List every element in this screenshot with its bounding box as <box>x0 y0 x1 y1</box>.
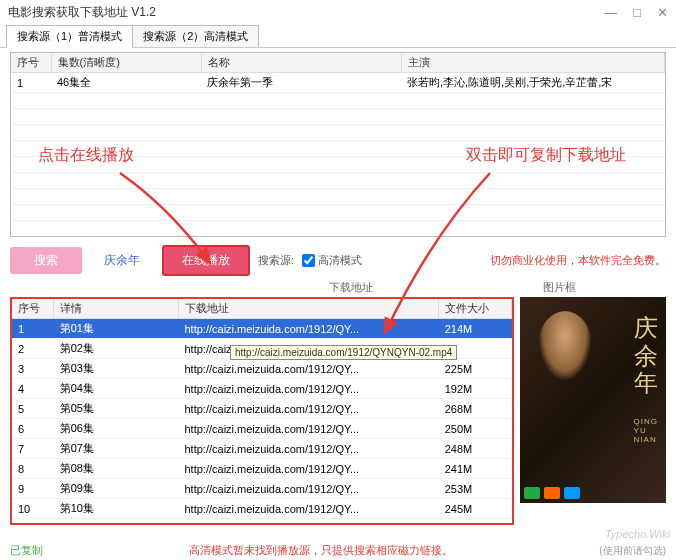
col-cast[interactable]: 主演 <box>401 53 665 73</box>
col-index[interactable]: 序号 <box>11 53 51 73</box>
table-row[interactable]: 6第06集http://caizi.meizuida.com/1912/QY..… <box>12 419 512 439</box>
hd-mode-checkbox[interactable]: 高清模式 <box>302 253 362 268</box>
tabs: 搜索源（1）普清模式 搜索源（2）高清模式 <box>0 25 676 48</box>
table-row[interactable]: 4第04集http://caizi.meizuida.com/1912/QY..… <box>12 379 512 399</box>
annotation-play: 点击在线播放 <box>38 145 134 166</box>
poster-title-cn: 庆余年 <box>634 315 658 398</box>
hd-checkbox-input[interactable] <box>302 254 315 267</box>
maximize-icon[interactable]: □ <box>633 5 641 20</box>
annotation-copy: 双击即可复制下载地址 <box>466 145 626 166</box>
status-tip: (使用前请勾选) <box>599 544 666 558</box>
warning-text: 切勿商业化使用，本软件完全免费。 <box>490 253 666 268</box>
watermark: Typecho.Wiki <box>605 528 670 540</box>
table-row[interactable]: 11第11集http://caizi.meizuida.com/1912/QY.… <box>12 519 512 526</box>
source-label: 搜索源: <box>258 253 294 268</box>
arrow-icon <box>110 168 230 278</box>
poster-image: 庆余年 QING YU NIAN <box>520 297 666 503</box>
col-detail[interactable]: 详情 <box>54 299 179 319</box>
url-tooltip: http://caizi.meizuida.com/1912/QYNQYN-02… <box>230 345 457 360</box>
window-title: 电影搜索获取下载地址 V1.2 <box>8 4 156 21</box>
table-row[interactable]: 3第03集http://caizi.meizuida.com/1912/QY..… <box>12 359 512 379</box>
table-row[interactable]: 8第08集http://caizi.meizuida.com/1912/QY..… <box>12 459 512 479</box>
download-header: 下载地址 <box>329 280 373 295</box>
table-row[interactable]: 10第10集http://caizi.meizuida.com/1912/QY.… <box>12 499 512 519</box>
col-idx[interactable]: 序号 <box>12 299 54 319</box>
col-episodes[interactable]: 集数(清晰度) <box>51 53 201 73</box>
table-row[interactable]: 7第07集http://caizi.meizuida.com/1912/QY..… <box>12 439 512 459</box>
tab-source-2[interactable]: 搜索源（2）高清模式 <box>132 25 259 47</box>
titlebar: 电影搜索获取下载地址 V1.2 — □ ✕ <box>0 0 676 25</box>
table-row[interactable]: 146集全庆余年第一季张若昀,李沁,陈道明,吴刚,于荣光,辛芷蕾,宋 <box>11 73 665 93</box>
tab-source-1[interactable]: 搜索源（1）普清模式 <box>6 25 133 48</box>
col-title[interactable]: 名称 <box>201 53 401 73</box>
table-row[interactable]: 9第09集http://caizi.meizuida.com/1912/QY..… <box>12 479 512 499</box>
arrow-icon <box>370 168 510 348</box>
image-header: 图片框 <box>543 280 576 295</box>
status-message: 高清模式暂未找到播放源，只提供搜索相应磁力链接。 <box>189 543 453 558</box>
minimize-icon[interactable]: — <box>604 5 617 20</box>
search-button[interactable]: 搜索 <box>10 247 82 274</box>
poster-title-en: QING YU NIAN <box>634 417 658 444</box>
action-bar: 搜索 庆余年 在线播放 搜索源: 高清模式 切勿商业化使用，本软件完全免费。 <box>10 245 666 276</box>
table-row[interactable]: 5第05集http://caizi.meizuida.com/1912/QY..… <box>12 399 512 419</box>
close-icon[interactable]: ✕ <box>657 5 668 20</box>
status-bar: 已复制 高清模式暂未找到播放源，只提供搜索相应磁力链接。 (使用前请勾选) <box>10 543 666 558</box>
status-copied: 已复制 <box>10 543 43 558</box>
